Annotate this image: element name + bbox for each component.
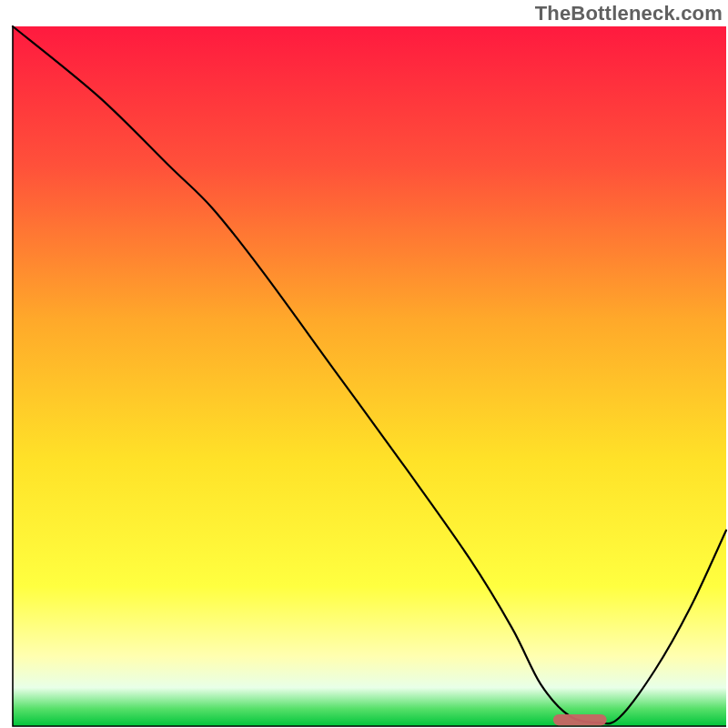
heat-gradient <box>13 26 726 726</box>
watermark-text: TheBottleneck.com <box>535 2 723 25</box>
bottleneck-chart <box>0 0 728 728</box>
chart-container: { "watermark": "TheBottleneck.com", "cha… <box>0 0 728 728</box>
optimal-range-marker <box>553 714 607 725</box>
